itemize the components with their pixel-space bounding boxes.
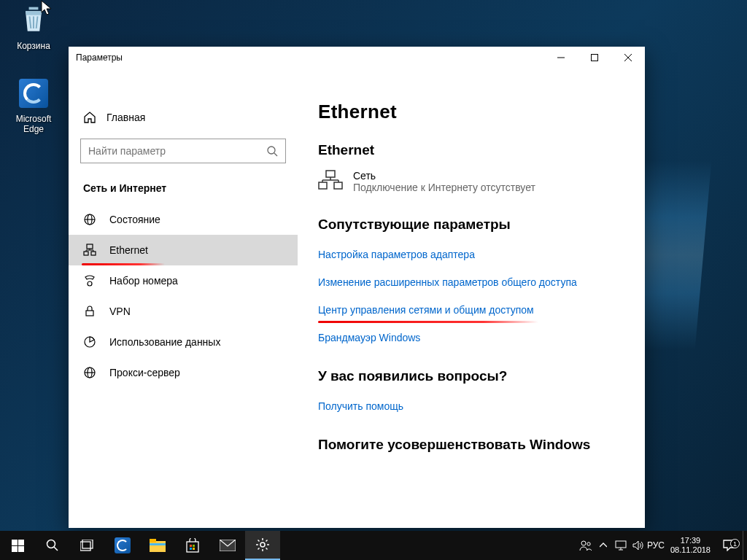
link-network-sharing-center[interactable]: Центр управления сетями и общим доступом bbox=[318, 300, 534, 320]
svg-rect-49 bbox=[616, 541, 626, 548]
show-desktop-button[interactable] bbox=[743, 531, 747, 560]
svg-rect-37 bbox=[150, 541, 166, 552]
system-tray: РУС 17:39 08.11.2018 1 bbox=[577, 531, 747, 560]
link-adapter-settings[interactable]: Настройка параметров адаптера bbox=[318, 244, 475, 265]
svg-rect-30 bbox=[18, 540, 24, 545]
datausage-icon bbox=[83, 335, 96, 349]
start-button[interactable] bbox=[0, 531, 35, 560]
network-name: Сеть bbox=[353, 170, 535, 182]
sidebar-item-datausage[interactable]: Использование данных bbox=[69, 327, 298, 357]
edge-icon bbox=[16, 76, 51, 111]
svg-rect-38 bbox=[150, 539, 156, 542]
section-heading-improve: Помогите усовершенствовать Windows bbox=[318, 437, 624, 453]
section-heading-ethernet: Ethernet bbox=[318, 142, 624, 158]
taskbar: РУС 17:39 08.11.2018 1 bbox=[0, 531, 747, 560]
link-get-help[interactable]: Получить помощь bbox=[318, 396, 403, 416]
svg-point-48 bbox=[587, 542, 590, 545]
sidebar-home-label: Главная bbox=[107, 112, 145, 123]
status-icon bbox=[83, 213, 96, 226]
desktop-icon-label: Microsoft Edge bbox=[6, 114, 61, 134]
search-input-wrapper[interactable] bbox=[80, 139, 286, 163]
tray-people-icon[interactable] bbox=[577, 531, 595, 560]
dialup-icon bbox=[83, 274, 96, 287]
window-title: Параметры bbox=[69, 52, 123, 63]
maximize-button[interactable] bbox=[578, 47, 611, 69]
sidebar-item-proxy[interactable]: Прокси-сервер bbox=[69, 357, 298, 388]
section-heading-questions: У вас появились вопросы? bbox=[318, 368, 624, 384]
svg-point-46 bbox=[260, 542, 265, 547]
close-button[interactable] bbox=[611, 47, 645, 69]
svg-rect-31 bbox=[12, 546, 18, 552]
svg-rect-17 bbox=[86, 311, 93, 316]
svg-rect-12 bbox=[91, 252, 96, 255]
svg-rect-36 bbox=[82, 540, 93, 548]
desktop-icon-edge[interactable]: Microsoft Edge bbox=[6, 76, 61, 134]
page-title: Ethernet bbox=[318, 101, 624, 123]
link-windows-firewall[interactable]: Брандмауэр Windows bbox=[318, 327, 420, 348]
settings-sidebar: Главная Сеть и Интернет Состояние Ethern… bbox=[69, 69, 298, 528]
proxy-icon bbox=[83, 366, 96, 379]
tray-chevron-up-icon[interactable] bbox=[595, 531, 612, 560]
svg-point-47 bbox=[581, 541, 586, 545]
settings-content: Ethernet Ethernet Сеть Подключение к Инт… bbox=[298, 69, 645, 528]
sidebar-item-dialup[interactable]: Набор номера bbox=[69, 265, 298, 296]
task-view-button[interactable] bbox=[70, 531, 105, 560]
search-button[interactable] bbox=[35, 531, 70, 560]
section-heading-related: Сопутствующие параметры bbox=[318, 217, 624, 233]
sidebar-item-label: Набор номера bbox=[109, 275, 178, 287]
vpn-icon bbox=[83, 305, 96, 318]
svg-point-33 bbox=[47, 540, 55, 548]
svg-rect-2 bbox=[592, 55, 598, 61]
tray-language[interactable]: РУС bbox=[647, 531, 665, 560]
svg-line-34 bbox=[54, 547, 58, 551]
svg-rect-41 bbox=[190, 545, 192, 547]
sidebar-item-label: Использование данных bbox=[109, 336, 220, 348]
ethernet-icon bbox=[83, 244, 96, 257]
search-icon bbox=[266, 145, 278, 157]
svg-rect-23 bbox=[319, 182, 327, 189]
sidebar-item-ethernet[interactable]: Ethernet bbox=[69, 235, 298, 265]
tray-network-icon[interactable] bbox=[612, 531, 630, 560]
svg-rect-44 bbox=[193, 548, 195, 550]
svg-rect-22 bbox=[326, 171, 335, 177]
svg-line-6 bbox=[274, 153, 277, 156]
desktop-icon-label: Корзина bbox=[6, 41, 61, 51]
svg-rect-43 bbox=[190, 548, 192, 550]
link-advanced-sharing[interactable]: Изменение расширенных параметров общего … bbox=[318, 272, 577, 292]
taskbar-app-store[interactable] bbox=[175, 531, 210, 560]
settings-window: Параметры Главная Сеть и Интернет Состоя… bbox=[69, 47, 645, 528]
svg-rect-29 bbox=[12, 540, 18, 545]
search-input[interactable] bbox=[88, 145, 266, 157]
svg-point-5 bbox=[268, 147, 275, 154]
window-titlebar[interactable]: Параметры bbox=[69, 47, 645, 69]
svg-rect-0 bbox=[29, 7, 39, 10]
network-status: Подключение к Интернету отсутствует bbox=[353, 182, 535, 193]
sidebar-item-label: Состояние bbox=[109, 214, 160, 225]
home-icon bbox=[83, 111, 96, 124]
network-item[interactable]: Сеть Подключение к Интернету отсутствует bbox=[318, 170, 624, 193]
taskbar-app-mail[interactable] bbox=[210, 531, 245, 560]
sidebar-item-label: Ethernet bbox=[109, 244, 148, 256]
tray-time: 17:39 bbox=[670, 536, 711, 545]
taskbar-app-settings[interactable] bbox=[245, 531, 280, 560]
svg-rect-39 bbox=[150, 543, 166, 545]
sidebar-item-label: Прокси-сервер bbox=[109, 367, 180, 378]
tray-clock[interactable]: 17:39 08.11.2018 bbox=[665, 536, 716, 555]
svg-rect-42 bbox=[193, 545, 195, 547]
network-icon bbox=[318, 170, 343, 190]
taskbar-app-edge[interactable] bbox=[105, 531, 140, 560]
tray-volume-icon[interactable] bbox=[630, 531, 647, 560]
sidebar-item-vpn[interactable]: VPN bbox=[69, 296, 298, 327]
notification-badge: 1 bbox=[730, 539, 740, 548]
taskbar-app-explorer[interactable] bbox=[140, 531, 175, 560]
sidebar-home[interactable]: Главная bbox=[69, 104, 298, 131]
svg-rect-11 bbox=[84, 252, 88, 255]
svg-rect-10 bbox=[87, 244, 93, 249]
sidebar-item-status[interactable]: Состояние bbox=[69, 204, 298, 235]
svg-rect-24 bbox=[334, 182, 342, 189]
tray-action-center[interactable]: 1 bbox=[716, 540, 743, 551]
minimize-button[interactable] bbox=[544, 47, 578, 69]
sidebar-section-label: Сеть и Интернет bbox=[69, 176, 298, 204]
sidebar-item-label: VPN bbox=[109, 306, 131, 317]
mouse-cursor bbox=[41, 0, 54, 16]
